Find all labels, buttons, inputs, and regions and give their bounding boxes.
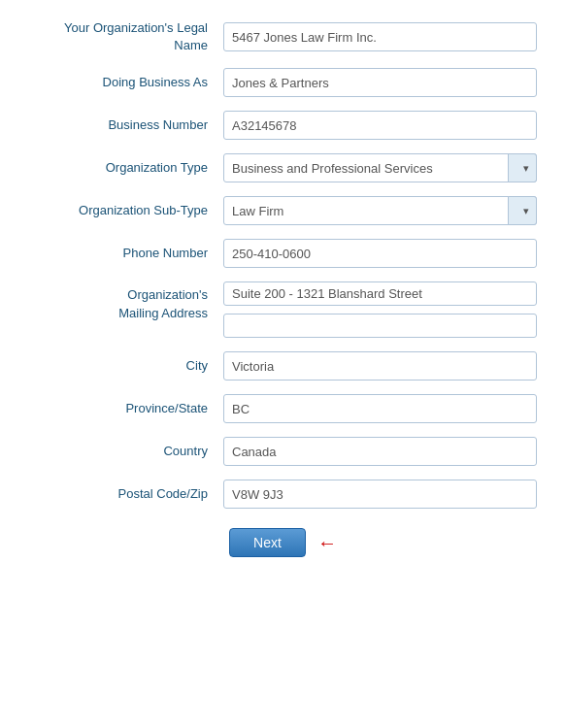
legal-name-label: Your Organization's Legal Name <box>29 19 223 54</box>
postal-input[interactable] <box>223 480 537 509</box>
next-button[interactable]: Next <box>229 528 306 557</box>
org-sub-type-select-wrapper: Law Firm Accounting Consulting Other ▾ <box>223 196 537 225</box>
legal-name-input[interactable] <box>223 22 537 51</box>
org-type-row: Organization Type Business and Professio… <box>29 153 537 182</box>
legal-name-row: Your Organization's Legal Name <box>29 19 537 54</box>
country-label: Country <box>29 443 223 460</box>
country-row: Country <box>29 437 537 466</box>
mailing-address2-input[interactable] <box>223 314 537 338</box>
mailing-inputs-group <box>223 281 537 338</box>
city-row: City <box>29 351 537 381</box>
postal-row: Postal Code/Zip <box>29 480 537 509</box>
phone-input[interactable] <box>223 239 537 268</box>
city-label: City <box>29 357 223 375</box>
org-type-select-wrapper: Business and Professional Services Non-P… <box>223 153 537 182</box>
mailing-address-row: Organization'sMailing Address <box>29 281 537 338</box>
org-type-label: Organization Type <box>29 159 223 177</box>
province-row: Province/State <box>29 394 537 423</box>
form-container: Your Organization's Legal Name Doing Bus… <box>0 0 566 577</box>
org-sub-type-label: Organization Sub-Type <box>29 202 223 219</box>
org-type-select[interactable]: Business and Professional Services Non-P… <box>223 153 537 182</box>
country-input[interactable] <box>223 437 537 466</box>
postal-label: Postal Code/Zip <box>29 485 223 503</box>
phone-label: Phone Number <box>29 245 223 262</box>
dba-input[interactable] <box>223 68 537 97</box>
dba-row: Doing Business As <box>29 68 537 97</box>
org-sub-type-select[interactable]: Law Firm Accounting Consulting Other <box>223 196 537 225</box>
business-number-input[interactable] <box>223 111 537 140</box>
province-label: Province/State <box>29 400 223 417</box>
phone-row: Phone Number <box>29 239 537 268</box>
city-input[interactable] <box>223 351 537 381</box>
dba-label: Doing Business As <box>29 74 223 91</box>
mailing-address1-input[interactable] <box>223 281 537 306</box>
org-sub-type-row: Organization Sub-Type Law Firm Accountin… <box>29 196 537 225</box>
mailing-address-label: Organization'sMailing Address <box>29 281 223 321</box>
province-input[interactable] <box>223 394 537 423</box>
next-row: Next ← <box>29 528 537 557</box>
business-number-label: Business Number <box>29 116 223 134</box>
business-number-row: Business Number <box>29 111 537 140</box>
arrow-indicator: ← <box>317 533 337 552</box>
